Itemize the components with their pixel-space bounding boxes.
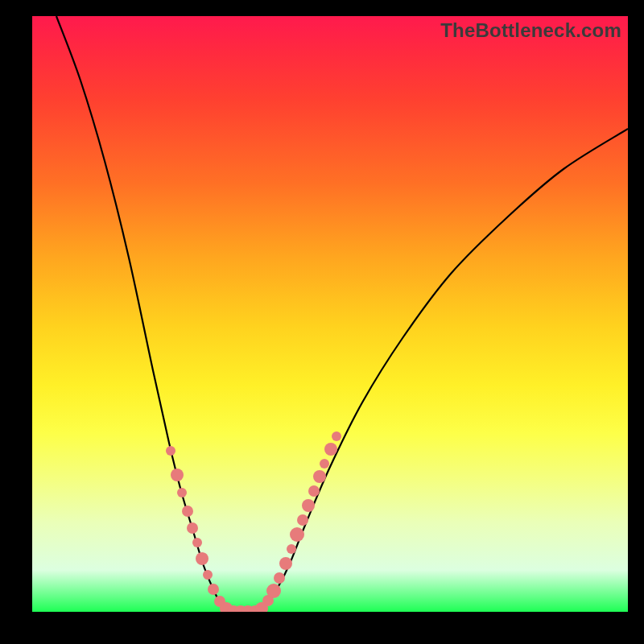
data-marker	[287, 544, 296, 554]
chart-svg	[32, 16, 628, 612]
data-marker	[203, 570, 213, 580]
data-marker	[290, 527, 304, 542]
data-marker	[266, 584, 281, 598]
data-marker	[274, 572, 285, 584]
data-marker	[308, 485, 320, 497]
plot-area: TheBottleneck.com	[32, 16, 628, 612]
chart-frame: TheBottleneck.com	[0, 0, 644, 644]
data-marker	[208, 584, 219, 595]
data-marker	[166, 446, 175, 456]
markers-right	[255, 431, 341, 612]
data-marker	[177, 488, 187, 497]
data-marker	[182, 506, 193, 517]
data-marker	[320, 459, 329, 469]
data-marker	[313, 470, 326, 483]
data-marker	[297, 514, 308, 526]
data-marker	[279, 557, 292, 570]
data-marker	[187, 522, 198, 534]
data-marker	[324, 443, 337, 456]
data-marker	[171, 469, 184, 481]
curve-left	[56, 16, 232, 612]
data-marker	[196, 552, 208, 565]
curve-right	[258, 129, 628, 612]
data-marker	[302, 499, 315, 512]
data-marker	[332, 431, 341, 441]
markers-left	[166, 446, 233, 612]
data-marker	[192, 538, 202, 547]
